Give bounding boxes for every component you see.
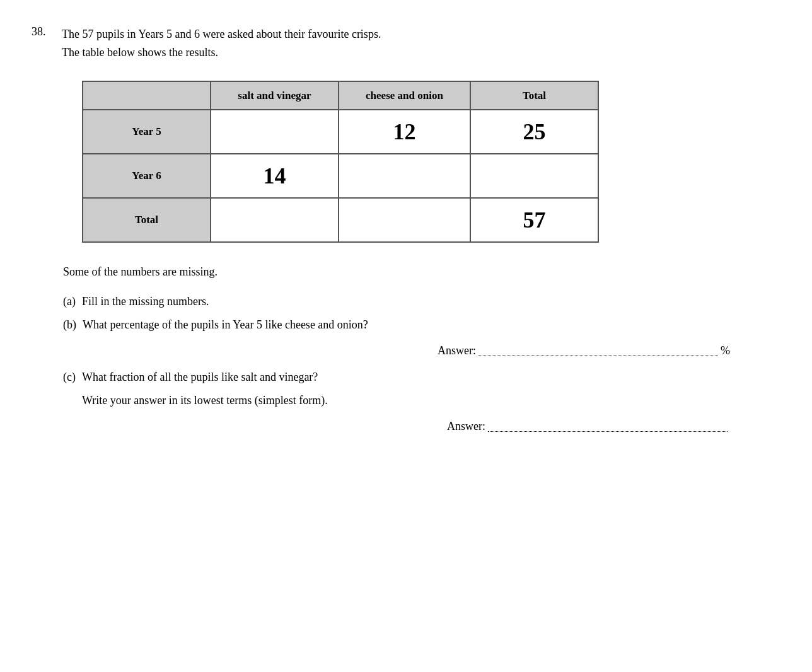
percent-suffix: %: [721, 344, 730, 357]
table-row-year6: Year 6 14: [83, 154, 598, 198]
sub-a-label: (a): [63, 295, 76, 308]
cell-year6-salt: 14: [211, 154, 339, 198]
write-text: Write your answer in its lowest terms (s…: [82, 394, 780, 407]
cell-year6-total: [470, 154, 598, 198]
sub-b-label: (b): [63, 318, 76, 332]
cell-total-cheese: [339, 198, 470, 242]
data-table: salt and vinegar cheese and onion Total …: [82, 81, 599, 243]
cell-total-total: 57: [470, 198, 598, 242]
sub-c-label: (c): [63, 371, 76, 384]
cell-year5-total: 25: [470, 110, 598, 154]
table-header-cheese-onion: cheese and onion: [339, 81, 470, 110]
answer-dots-c: [488, 418, 728, 432]
question-intro-line2: The table below shows the results.: [62, 43, 381, 62]
table-header-empty: [83, 81, 211, 110]
cell-year6-cheese: [339, 154, 470, 198]
answer-line-b: Answer: %: [32, 344, 780, 358]
table-header-total: Total: [470, 81, 598, 110]
table-row-total: Total 57: [83, 198, 598, 242]
sub-question-a: (a) Fill in the missing numbers.: [63, 295, 780, 308]
cell-year5-cheese: 12: [339, 110, 470, 154]
question-block: 38. The 57 pupils in Years 5 and 6 were …: [32, 25, 780, 62]
sub-c-text: What fraction of all the pupils like sal…: [82, 371, 318, 384]
some-missing-text: Some of the numbers are missing.: [63, 262, 780, 282]
sub-question-b: (b) What percentage of the pupils in Yea…: [63, 318, 780, 332]
cell-year5-salt: [211, 110, 339, 154]
sub-b-text: What percentage of the pupils in Year 5 …: [83, 318, 368, 332]
cell-total-salt: [211, 198, 339, 242]
answer-label-b: Answer:: [438, 344, 476, 357]
sub-a-text: Fill in the missing numbers.: [82, 295, 209, 308]
question-number: 38.: [32, 25, 57, 62]
row-label-total: Total: [83, 198, 211, 242]
answer-label-c: Answer:: [447, 420, 485, 433]
sub-question-c: (c) What fraction of all the pupils like…: [63, 371, 780, 384]
row-label-year6: Year 6: [83, 154, 211, 198]
table-row-year5: Year 5 12 25: [83, 110, 598, 154]
table-container: salt and vinegar cheese and onion Total …: [82, 81, 780, 243]
question-intro-line1: The 57 pupils in Years 5 and 6 were aske…: [62, 25, 381, 43]
answer-line-c: Answer:: [32, 420, 780, 434]
answer-dots-b: [478, 342, 718, 356]
table-header-salt-vinegar: salt and vinegar: [211, 81, 339, 110]
row-label-year5: Year 5: [83, 110, 211, 154]
